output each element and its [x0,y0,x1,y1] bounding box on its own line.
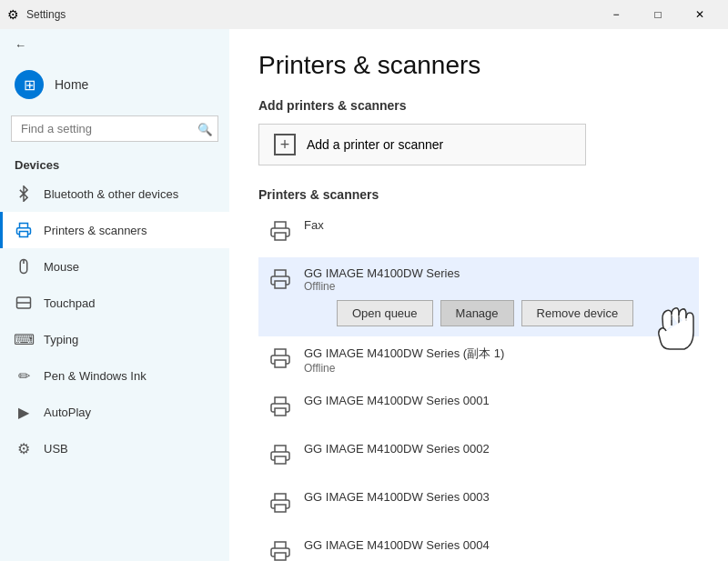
back-icon: ← [15,38,26,52]
main-layout: ← ⊞ Home 🔍 Devices Bluetooth & other dev… [0,29,728,561]
printer-gg-0003-icon [269,492,291,519]
sidebar-item-usb[interactable]: ⚙ USB [0,430,229,466]
content-area: Printers & scanners Add printers & scann… [229,29,728,561]
svg-rect-6 [275,281,286,288]
typing-label: Typing [44,333,78,346]
printer-gg-0004-icon [269,540,291,561]
title-bar-title: Settings [26,8,66,21]
open-queue-button[interactable]: Open queue [337,300,433,326]
bluetooth-label: Bluetooth & other devices [44,187,178,201]
mouse-label: Mouse [44,260,79,274]
printer-item-gg-0001[interactable]: GG IMAGE M4100DW Series 0001 [258,385,699,433]
printer-gg-copy-status: Offline [304,362,688,375]
printer-item-gg-0003[interactable]: GG IMAGE M4100DW Series 0003 [258,481,699,529]
title-bar: ⚙ Settings − □ ✕ [0,0,728,29]
printer-gg-0003-name: GG IMAGE M4100DW Series 0003 [304,490,688,504]
usb-label: USB [44,442,68,456]
printers-section-title: Printers & scanners [258,187,699,202]
printer-gg-main-info: GG IMAGE M4100DW Series Offline Open que… [304,266,688,326]
home-icon: ⊞ [15,70,44,99]
printer-gg-copy-info: GG IMAGE M4100DW Series (副本 1) Offline [304,346,688,375]
sidebar-item-touchpad[interactable]: Touchpad [0,285,229,321]
printer-gg-copy-name: GG IMAGE M4100DW Series (副本 1) [304,346,688,362]
printer-gg-0002-info: GG IMAGE M4100DW Series 0002 [304,442,688,456]
window-controls: − □ ✕ [595,0,721,29]
printer-gg-0002-icon [269,444,291,471]
search-container: 🔍 [11,115,218,142]
printer-fax-info: Fax [304,218,688,232]
printer-gg-0002-name: GG IMAGE M4100DW Series 0002 [304,442,688,456]
printer-gg-main-name: GG IMAGE M4100DW Series [304,266,688,280]
typing-icon: ⌨ [15,330,33,348]
pen-label: Pen & Windows Ink [44,369,147,383]
pen-icon: ✏ [15,366,33,385]
touchpad-icon [15,294,33,312]
home-label: Home [55,77,88,92]
printer-item-gg-copy[interactable]: GG IMAGE M4100DW Series (副本 1) Offline [258,336,699,385]
svg-rect-7 [275,360,286,367]
add-printer-button[interactable]: + Add a printer or scanner [258,124,586,165]
printer-gg-0001-name: GG IMAGE M4100DW Series 0001 [304,394,688,407]
home-nav-item[interactable]: ⊞ Home [0,61,229,108]
sidebar-item-pen[interactable]: ✏ Pen & Windows Ink [0,357,229,394]
printer-item-gg-main[interactable]: GG IMAGE M4100DW Series Offline Open que… [258,257,699,336]
settings-icon: ⚙ [7,7,19,22]
sidebar-item-typing[interactable]: ⌨ Typing [0,321,229,357]
printer-fax-icon [269,220,291,247]
printer-gg-0001-info: GG IMAGE M4100DW Series 0001 [304,394,688,407]
manage-button[interactable]: Manage [440,300,514,326]
search-input[interactable] [11,115,218,142]
svg-rect-8 [275,408,286,416]
printers-list: Fax GG IMAGE M4100DW Series Offline Open… [258,209,699,561]
sidebar: ← ⊞ Home 🔍 Devices Bluetooth & other dev… [0,29,229,561]
svg-rect-10 [275,505,286,512]
printer-item-gg-0002[interactable]: GG IMAGE M4100DW Series 0002 [258,433,699,481]
sidebar-item-mouse[interactable]: Mouse [0,248,229,285]
add-section-title: Add printers & scanners [258,98,699,113]
plus-icon: + [274,134,296,155]
printer-gg-0001-icon [269,396,291,423]
back-button[interactable]: ← [0,29,229,61]
close-button[interactable]: ✕ [679,0,721,29]
add-printer-label: Add a printer or scanner [307,137,443,152]
sidebar-item-autoplay[interactable]: ▶ AutoPlay [0,394,229,430]
sidebar-item-bluetooth[interactable]: Bluetooth & other devices [0,175,229,212]
minimize-button[interactable]: − [595,0,637,29]
svg-rect-9 [275,456,286,464]
printer-actions: Open queue Manage Remove device [304,300,688,326]
printer-gg-0004-info: GG IMAGE M4100DW Series 0004 [304,538,688,552]
printer-fax-name: Fax [304,218,688,232]
printer-gg-copy-icon [269,347,291,375]
printer-item-fax[interactable]: Fax [258,209,699,257]
svg-rect-11 [275,553,286,560]
remove-device-button[interactable]: Remove device [521,300,634,326]
sidebar-section-label: Devices [0,149,229,175]
printer-gg-0004-name: GG IMAGE M4100DW Series 0004 [304,538,688,552]
bluetooth-icon [15,185,33,203]
printers-label: Printers & scanners [44,224,147,237]
search-button[interactable]: 🔍 [197,122,213,135]
page-title: Printers & scanners [258,51,699,80]
printer-gg-0003-info: GG IMAGE M4100DW Series 0003 [304,490,688,504]
printer-gg-main-icon [269,268,291,296]
touchpad-label: Touchpad [44,296,95,310]
printer-item-gg-0004[interactable]: GG IMAGE M4100DW Series 0004 [258,529,699,561]
printers-icon [15,221,33,239]
usb-icon: ⚙ [15,439,33,457]
autoplay-label: AutoPlay [44,406,91,419]
svg-rect-0 [20,232,28,237]
svg-rect-5 [275,233,286,240]
restore-button[interactable]: □ [637,0,679,29]
mouse-icon [15,257,33,275]
autoplay-icon: ▶ [15,403,33,421]
printer-gg-main-status: Offline [304,280,688,293]
sidebar-item-printers[interactable]: Printers & scanners [0,212,229,248]
